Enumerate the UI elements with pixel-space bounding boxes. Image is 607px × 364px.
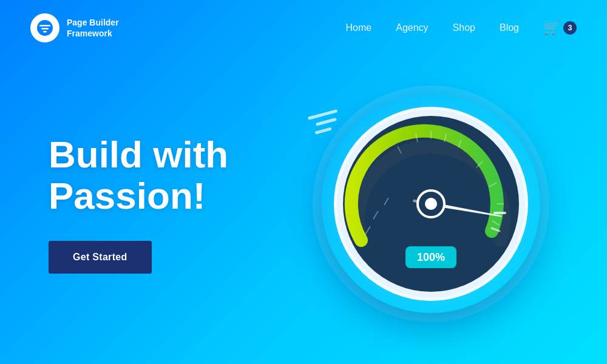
svg-text:100%: 100% bbox=[417, 251, 445, 263]
speedometer-graphic: 100% bbox=[304, 76, 558, 331]
svg-rect-2 bbox=[41, 28, 49, 30]
logo-icon bbox=[30, 13, 59, 42]
nav-links: Home Agency Shop Blog 🛒 3 bbox=[346, 20, 577, 36]
nav-blog[interactable]: Blog bbox=[500, 22, 519, 33]
hero-section: Page Builder Framework Home Agency Shop … bbox=[0, 0, 607, 364]
nav-agency[interactable]: Agency bbox=[396, 22, 428, 33]
brand-name: Page Builder Framework bbox=[67, 17, 119, 39]
hero-left: Build with Passion! Get Started bbox=[49, 134, 228, 274]
logo-area: Page Builder Framework bbox=[30, 13, 119, 42]
gauge-svg: 100% bbox=[328, 101, 534, 307]
svg-point-22 bbox=[425, 198, 437, 210]
get-started-button[interactable]: Get Started bbox=[49, 241, 152, 274]
cart-badge: 3 bbox=[563, 21, 577, 35]
navbar: Page Builder Framework Home Agency Shop … bbox=[0, 0, 607, 56]
cart-button[interactable]: 🛒 3 bbox=[543, 20, 577, 36]
hero-title: Build with Passion! bbox=[49, 134, 228, 217]
svg-rect-1 bbox=[39, 25, 50, 27]
cart-icon: 🛒 bbox=[543, 20, 560, 36]
hero-content: Build with Passion! Get Started bbox=[0, 56, 607, 364]
svg-rect-3 bbox=[43, 31, 47, 33]
nav-home[interactable]: Home bbox=[346, 22, 372, 33]
nav-shop[interactable]: Shop bbox=[453, 22, 475, 33]
